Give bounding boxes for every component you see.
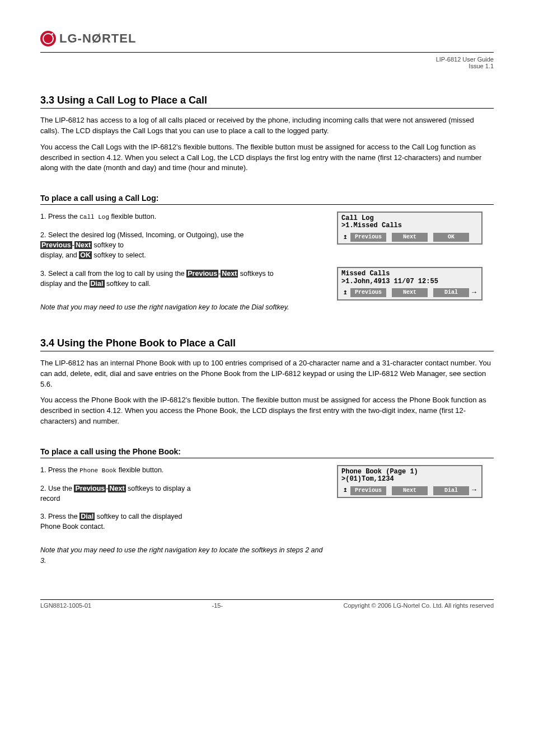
next-hl-34: Next xyxy=(108,485,125,492)
s34-2c: record xyxy=(40,495,60,503)
product-label: LIP-6812 User Guide xyxy=(436,56,494,63)
lcd1-b3: OK xyxy=(433,233,469,242)
s3b: softkeys to xyxy=(240,270,274,278)
step-34-2: 2. Use the Previous-Next softkeys to dis… xyxy=(40,483,326,504)
s2d: softkey to select. xyxy=(94,251,146,259)
section-title-33: 3.3 Using a Call Log to Place a Call xyxy=(40,95,494,109)
lcd2-b1: Previous xyxy=(350,288,386,298)
lcd1-b2: Next xyxy=(392,233,428,242)
lcd3-b2: Next xyxy=(392,486,428,496)
s3c: display and the xyxy=(40,280,87,288)
steps-title-34: To place a call using the Phone Book: xyxy=(40,447,494,458)
header-row: LG-NØRTEL xyxy=(40,31,494,53)
note-34: Note that you may need to use the right … xyxy=(40,545,326,565)
logo-text: LG-NØRTEL xyxy=(59,31,136,46)
up-arrow-icon: ↥ xyxy=(341,232,349,243)
header-meta: LIP-6812 User Guide Issue 1.1 xyxy=(40,56,494,69)
up-arrow-icon2: ↥ xyxy=(341,288,349,298)
s34-3a: Press the xyxy=(48,513,78,520)
steps-title-33: To place a call using a Call Log: xyxy=(40,194,494,205)
s34-1a: Press the xyxy=(48,466,78,474)
s2b: softkey to xyxy=(94,241,124,249)
dial-hl-34: Dial xyxy=(79,513,95,520)
lcd3-b3: Dial xyxy=(433,486,469,496)
call-log-callout: Call Log xyxy=(79,214,109,220)
lcd3-l2: >(01)Tom,1234 xyxy=(341,476,478,483)
page-footer: LGN8812-1005-01 -15- Copyright © 2006 LG… xyxy=(40,599,494,609)
s34-2a: Use the xyxy=(48,485,72,492)
section-title-34: 3.4 Using the Phone Book to Place a Call xyxy=(40,337,494,351)
document-page: LG-NØRTEL LIP-6812 User Guide Issue 1.1 … xyxy=(0,0,534,631)
step-34-3: 3. Press the Dial softkey to call the di… xyxy=(40,511,326,532)
steps-body-34: 1. Press the Phone Book flexible button.… xyxy=(40,465,494,566)
lcd3-b1: Previous xyxy=(350,486,386,496)
para-33-1: The LIP-6812 has access to a log of all … xyxy=(40,115,494,137)
s1a: Press the xyxy=(48,213,78,220)
dial-softkey-hl: Dial xyxy=(90,280,105,288)
lcd1-buttons: ↥ Previous Next OK xyxy=(341,232,478,243)
issue-label: Issue 1.1 xyxy=(469,63,494,69)
step-33-2: 2. Select the desired log (Missed, Incom… xyxy=(40,230,326,260)
footer-right: Copyright © 2006 LG-Nortel Co. Ltd. All … xyxy=(343,602,494,609)
lcd2-l2: >1.John,4913 11/07 12:55 xyxy=(341,278,478,285)
step-34-1: 1. Press the Phone Book flexible button. xyxy=(40,465,326,476)
s1b: flexible button. xyxy=(111,213,157,220)
previous-softkey-hl: Previous xyxy=(40,241,72,249)
section-body-33: The LIP-6812 has access to a log of all … xyxy=(40,115,494,173)
s34-3b: softkey to call the displayed xyxy=(97,513,182,520)
s34-2b: softkeys to display a xyxy=(128,485,191,492)
steps-body-33: 1. Press the Call Log flexible button. 2… xyxy=(40,212,494,312)
step-33-1: 1. Press the Call Log flexible button. xyxy=(40,212,326,222)
footer-center: -15- xyxy=(212,602,223,609)
previous-softkey-hl2: Previous xyxy=(186,270,218,278)
s2a: Select the desired log (Missed, Incoming… xyxy=(48,231,244,239)
lcd1-b1: Previous xyxy=(350,233,386,242)
lcd2-b3: Dial xyxy=(433,288,469,298)
right-arrow-icon: → xyxy=(470,288,478,298)
section-body-34: The LIP-6812 has an internal Phone Book … xyxy=(40,358,494,427)
lcd3-buttons: ↥ Previous Next Dial → xyxy=(341,485,478,496)
lcd-missed-calls: Missed Calls >1.John,4913 11/07 12:55 ↥ … xyxy=(337,267,483,300)
lcd2-l1: Missed Calls xyxy=(341,270,478,278)
s34-3c: Phone Book contact. xyxy=(40,523,105,530)
ok-softkey-hl: OK xyxy=(79,251,92,259)
phone-book-callout: Phone Book xyxy=(79,467,116,474)
next-softkey-hl2: Next xyxy=(221,270,238,278)
s34-1b: flexible button. xyxy=(119,466,164,474)
up-arrow-icon3: ↥ xyxy=(341,485,349,496)
logo-icon xyxy=(40,31,56,46)
lcd2-buttons: ↥ Previous Next Dial → xyxy=(341,288,478,298)
next-softkey-hl: Next xyxy=(74,241,92,249)
lcd2-b2: Next xyxy=(392,288,428,298)
prev-hl-34: Previous xyxy=(74,485,106,492)
steps-right-33: Call Log >1.Missed Calls ↥ Previous Next… xyxy=(337,212,494,310)
para-34-2: You access the Phone Book with the IP-68… xyxy=(40,395,494,427)
steps-left-34: 1. Press the Phone Book flexible button.… xyxy=(40,465,326,566)
footer-left: LGN8812-1005-01 xyxy=(40,602,91,609)
s3d: softkey to call. xyxy=(106,280,151,288)
steps-left-33: 1. Press the Call Log flexible button. 2… xyxy=(40,212,326,312)
lcd-call-log: Call Log >1.Missed Calls ↥ Previous Next… xyxy=(337,212,483,245)
s2c: display, and xyxy=(40,251,77,259)
right-arrow-icon2: → xyxy=(470,485,478,496)
steps-right-34: Phone Book (Page 1) >(01)Tom,1234 ↥ Prev… xyxy=(337,465,494,508)
s3a: Select a call from the log to call by us… xyxy=(48,270,185,278)
para-33-2: You access the Call Logs with the IP-681… xyxy=(40,142,494,174)
note-33: Note that you may need to use the right … xyxy=(40,302,326,312)
lcd1-l2: >1.Missed Calls xyxy=(341,222,478,229)
lcd-phone-book: Phone Book (Page 1) >(01)Tom,1234 ↥ Prev… xyxy=(337,465,483,498)
para-34-1: The LIP-6812 has an internal Phone Book … xyxy=(40,358,494,390)
step-33-3: 3. Select a call from the log to call by… xyxy=(40,269,326,289)
